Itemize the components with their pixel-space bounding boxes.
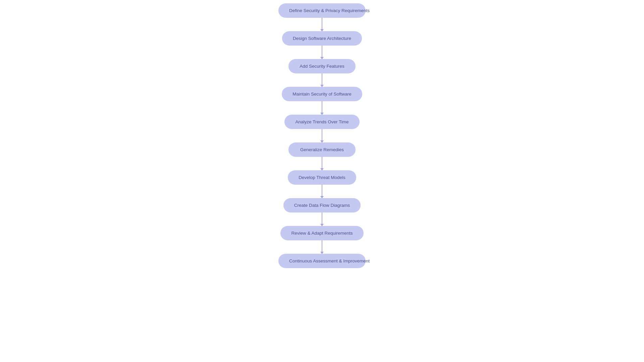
flowchart: Define Security & Privacy RequirementsDe… xyxy=(0,0,644,268)
connector-2 xyxy=(322,46,322,59)
node-1: Define Security & Privacy Requirements xyxy=(278,3,366,18)
node-3: Add Security Features xyxy=(288,59,356,73)
node-10: Continuous Assessment & Improvement xyxy=(278,254,366,268)
connector-5 xyxy=(322,129,322,142)
node-5: Analyze Trends Over Time xyxy=(284,115,359,129)
connector-3 xyxy=(322,73,322,87)
connector-7 xyxy=(322,185,322,198)
node-4: Maintain Security of Software xyxy=(282,87,362,101)
connector-8 xyxy=(322,213,322,226)
node-2: Design Software Architecture xyxy=(282,31,362,46)
connector-6 xyxy=(322,157,322,170)
node-9: Review & Adapt Requirements xyxy=(280,226,363,240)
node-7: Develop Threat Models xyxy=(288,170,356,185)
node-8: Create Data Flow Diagrams xyxy=(283,198,361,213)
node-6: Generalize Remedies xyxy=(288,142,356,157)
connector-9 xyxy=(322,240,322,254)
connector-1 xyxy=(322,18,322,31)
connector-4 xyxy=(322,101,322,115)
